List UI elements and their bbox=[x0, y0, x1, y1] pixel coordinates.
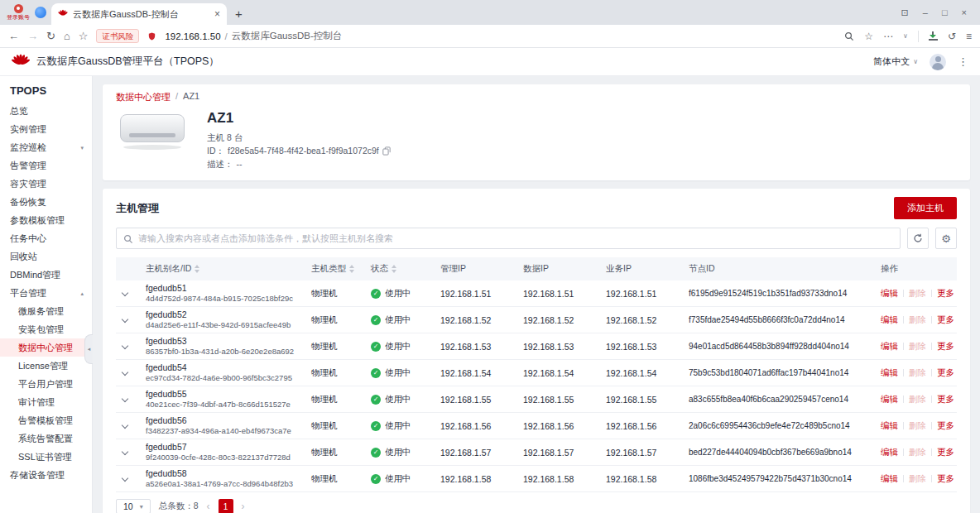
maximize-button[interactable]: □ bbox=[942, 7, 948, 17]
row-expand-chevron-icon[interactable] bbox=[122, 421, 128, 428]
edit-link[interactable]: 编辑 bbox=[881, 288, 898, 298]
prev-page-button[interactable]: ‹ bbox=[207, 501, 210, 512]
refresh-button[interactable] bbox=[907, 228, 929, 249]
sidebar-item-task-center[interactable]: 任务中心 bbox=[0, 229, 92, 247]
sidebar-item-alarm-template-mgmt[interactable]: 告警模板管理 bbox=[0, 411, 92, 429]
delete-link[interactable]: 删除 bbox=[909, 288, 926, 298]
minimize-button[interactable]: – bbox=[923, 7, 928, 17]
sort-icon[interactable] bbox=[392, 265, 396, 273]
toolbar-chevron-icon[interactable]: ∨ bbox=[903, 32, 908, 40]
history-icon[interactable]: ↺ bbox=[948, 31, 956, 42]
search-page-icon[interactable] bbox=[844, 31, 854, 41]
delete-link[interactable]: 删除 bbox=[909, 473, 926, 483]
sidebar-item-alarm-mgmt[interactable]: 告警管理 bbox=[0, 156, 92, 175]
row-expand-chevron-icon[interactable] bbox=[122, 289, 128, 295]
more-link[interactable]: 更多▾ bbox=[937, 447, 957, 457]
edit-link[interactable]: 编辑 bbox=[881, 420, 898, 430]
reload-icon[interactable]: ↻ bbox=[46, 31, 55, 41]
sidebar-item-dr-mgmt[interactable]: 容灾管理 bbox=[0, 175, 92, 193]
header-menu-icon[interactable]: ⋮ bbox=[958, 55, 968, 68]
bookmark-icon[interactable]: ☆ bbox=[79, 31, 89, 41]
sidebar-item-monitor-inspect[interactable]: 监控巡检▾ bbox=[0, 138, 92, 156]
favorite-star-icon[interactable]: ☆ bbox=[864, 31, 873, 42]
edit-link[interactable]: 编辑 bbox=[881, 473, 898, 483]
copy-icon[interactable] bbox=[382, 146, 391, 156]
sidebar-item-overview[interactable]: 总览 bbox=[0, 102, 92, 120]
row-expand-chevron-icon[interactable] bbox=[122, 368, 128, 375]
extensions-more-icon[interactable]: ⋯ bbox=[883, 31, 893, 42]
breadcrumb-parent-link[interactable]: 数据中心管理 bbox=[116, 91, 171, 103]
address-bar[interactable]: 192.168.1.50 / 云数据库GaussDB-控制台 bbox=[165, 30, 342, 42]
next-page-button[interactable]: › bbox=[242, 501, 245, 512]
sort-icon[interactable] bbox=[195, 265, 199, 273]
column-header-2[interactable]: 状态 bbox=[364, 257, 434, 280]
column-header-7: 操作 bbox=[874, 257, 957, 280]
back-icon[interactable]: ← bbox=[8, 31, 19, 41]
column-header-0[interactable]: 主机别名/ID bbox=[139, 257, 305, 280]
certificate-risk-badge[interactable]: 证书风险 bbox=[96, 29, 139, 43]
sidebar-item-package-mgmt[interactable]: 安装包管理 bbox=[0, 320, 92, 338]
more-link[interactable]: 更多▾ bbox=[937, 394, 957, 404]
edit-link[interactable]: 编辑 bbox=[881, 341, 898, 351]
more-link[interactable]: 更多▾ bbox=[937, 288, 957, 298]
sidebar-item-ssl-cert-mgmt[interactable]: SSL证书管理 bbox=[0, 448, 92, 466]
more-link[interactable]: 更多▾ bbox=[937, 314, 957, 324]
sidebar-item-recycle-bin[interactable]: 回收站 bbox=[0, 247, 92, 266]
browser-profile-button[interactable]: 登录账号 bbox=[3, 0, 33, 25]
sidebar-item-platform-mgmt[interactable]: 平台管理▴ bbox=[0, 284, 92, 302]
sidebar-item-audit-mgmt[interactable]: 审计管理 bbox=[0, 393, 92, 411]
sort-icon[interactable] bbox=[349, 265, 354, 273]
download-icon[interactable] bbox=[929, 31, 938, 41]
host-type: 物理机 bbox=[305, 360, 364, 386]
edit-link[interactable]: 编辑 bbox=[881, 314, 898, 324]
forward-icon[interactable]: → bbox=[27, 31, 38, 41]
delete-link[interactable]: 删除 bbox=[909, 420, 926, 430]
delete-link[interactable]: 删除 bbox=[909, 367, 926, 377]
column-settings-button[interactable]: ⚙ bbox=[935, 228, 957, 249]
sidebar-item-storage-device-mgmt[interactable]: 存储设备管理 bbox=[0, 466, 92, 484]
browser-tab[interactable]: 云数据库GaussDB-控制台 × bbox=[51, 3, 227, 25]
close-button[interactable]: × bbox=[962, 7, 967, 17]
sidebar-item-backup-restore[interactable]: 备份恢复 bbox=[0, 193, 92, 211]
site-shield-icon[interactable] bbox=[147, 31, 156, 41]
delete-link[interactable]: 删除 bbox=[909, 314, 926, 324]
more-link[interactable]: 更多▾ bbox=[937, 420, 957, 430]
tab-preview-button[interactable]: ⊡ bbox=[901, 7, 909, 18]
browser-menu-icon[interactable]: ≡ bbox=[966, 31, 972, 42]
more-link[interactable]: 更多▾ bbox=[937, 341, 957, 351]
sidebar-item-datacenter-mgmt[interactable]: 数据中心管理 bbox=[0, 338, 92, 357]
search-input[interactable] bbox=[117, 233, 900, 243]
sidebar-item-license-mgmt[interactable]: License管理 bbox=[0, 357, 92, 375]
edit-link[interactable]: 编辑 bbox=[881, 447, 898, 457]
row-expand-chevron-icon[interactable] bbox=[122, 395, 128, 401]
new-tab-button[interactable]: + bbox=[235, 7, 243, 21]
delete-link[interactable]: 删除 bbox=[909, 394, 926, 404]
page-size-select[interactable]: 10 ▾ bbox=[116, 499, 151, 513]
home-icon[interactable]: ⌂ bbox=[64, 31, 70, 41]
browser-logo-icon[interactable] bbox=[35, 7, 46, 18]
more-link[interactable]: 更多▾ bbox=[937, 367, 957, 377]
delete-link[interactable]: 删除 bbox=[909, 341, 926, 351]
delete-link[interactable]: 删除 bbox=[909, 447, 926, 457]
edit-link[interactable]: 编辑 bbox=[881, 394, 898, 404]
tab-close-icon[interactable]: × bbox=[214, 8, 220, 20]
row-expand-chevron-icon[interactable] bbox=[122, 342, 128, 348]
more-link[interactable]: 更多▾ bbox=[937, 473, 957, 483]
edit-link[interactable]: 编辑 bbox=[881, 367, 898, 377]
user-avatar[interactable] bbox=[930, 54, 946, 70]
row-expand-chevron-icon[interactable] bbox=[122, 448, 128, 454]
sidebar-item-microservice-mgmt[interactable]: 微服务管理 bbox=[0, 302, 92, 320]
row-expand-chevron-icon[interactable] bbox=[122, 315, 128, 322]
sidebar-item-dbmind-mgmt[interactable]: DBMind管理 bbox=[0, 266, 92, 284]
sidebar-collapse-handle[interactable]: ◂ bbox=[84, 334, 93, 364]
sidebar-item-param-template-mgmt[interactable]: 参数模板管理 bbox=[0, 211, 92, 229]
sidebar-item-system-alarm-config[interactable]: 系统告警配置 bbox=[0, 429, 92, 448]
service-ip: 192.168.1.56 bbox=[599, 413, 682, 439]
add-host-button[interactable]: 添加主机 bbox=[894, 197, 957, 219]
column-header-1[interactable]: 主机类型 bbox=[305, 257, 364, 280]
current-page-button[interactable]: 1 bbox=[219, 499, 233, 513]
row-expand-chevron-icon[interactable] bbox=[122, 474, 128, 481]
sidebar-item-platform-user-mgmt[interactable]: 平台用户管理 bbox=[0, 375, 92, 393]
language-selector[interactable]: 简体中文 ∨ bbox=[873, 55, 918, 68]
sidebar-item-instance-mgmt[interactable]: 实例管理 bbox=[0, 120, 92, 138]
